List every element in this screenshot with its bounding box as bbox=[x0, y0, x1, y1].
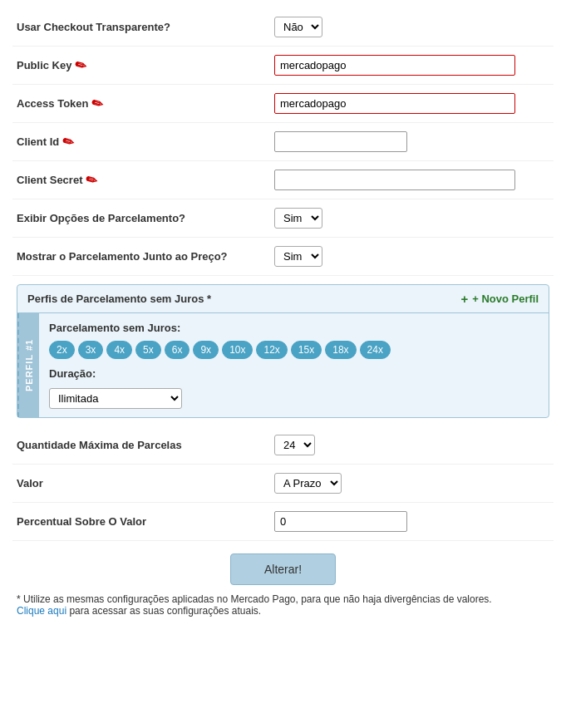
client-id-edit-icon: ✎ bbox=[59, 132, 76, 151]
installments-row: 2x 3x 4x 5x 6x 9x 10x 12x 15x 18x 24x bbox=[49, 341, 539, 359]
installment-9x[interactable]: 9x bbox=[193, 341, 219, 359]
duracao-select[interactable]: Ilimitada 1 mês 3 meses 6 meses 12 meses bbox=[49, 388, 182, 409]
percentual-label: Percentual Sobre O Valor bbox=[17, 515, 274, 528]
mostrar-parcelamento-control: Sim Não bbox=[274, 246, 549, 267]
alterar-button[interactable]: Alterar! bbox=[230, 553, 336, 585]
perfis-body: PERFIL #1 Parcelamento sem Juros: 2x 3x … bbox=[17, 312, 549, 417]
valor-label: Valor bbox=[17, 477, 274, 489]
client-id-label: Client Id ✎ bbox=[17, 134, 274, 150]
percentual-row: Percentual Sobre O Valor bbox=[12, 503, 554, 541]
mostrar-parcelamento-row: Mostrar o Parcelamento Junto ao Preço? S… bbox=[12, 238, 554, 276]
novo-perfil-button[interactable]: + + Novo Perfil bbox=[460, 292, 539, 306]
client-secret-row: Client Secret ✎ bbox=[12, 161, 554, 199]
access-token-input[interactable] bbox=[274, 93, 515, 114]
public-key-control bbox=[274, 55, 549, 76]
valor-control: A Prazo À Vista bbox=[274, 473, 549, 494]
quantidade-maxima-label: Quantidade Máxima de Parcelas bbox=[17, 439, 274, 451]
access-token-label: Access Token ✎ bbox=[17, 96, 274, 111]
plus-icon: + bbox=[460, 292, 468, 306]
installment-10x[interactable]: 10x bbox=[222, 341, 253, 359]
public-key-input[interactable] bbox=[274, 55, 515, 76]
usar-checkout-label: Usar Checkout Transparente? bbox=[17, 21, 274, 33]
installment-15x[interactable]: 15x bbox=[291, 341, 322, 359]
public-key-row: Public Key ✎ bbox=[12, 47, 554, 85]
installment-6x[interactable]: 6x bbox=[165, 341, 190, 359]
perfis-title: Perfis de Parcelamento sem Juros * bbox=[27, 293, 211, 305]
installment-3x[interactable]: 3x bbox=[78, 341, 104, 359]
mostrar-parcelamento-label: Mostrar o Parcelamento Junto ao Preço? bbox=[17, 250, 274, 263]
client-secret-input[interactable] bbox=[274, 170, 515, 190]
access-token-edit-icon: ✎ bbox=[89, 94, 106, 113]
access-token-row: Access Token ✎ bbox=[12, 85, 554, 123]
perfis-section: Perfis de Parcelamento sem Juros * + + N… bbox=[17, 284, 549, 418]
parcelamento-label: Parcelamento sem Juros: bbox=[49, 322, 539, 334]
client-secret-label: Client Secret ✎ bbox=[17, 172, 274, 188]
client-secret-edit-icon: ✎ bbox=[83, 170, 101, 189]
public-key-edit-icon: ✎ bbox=[72, 56, 90, 75]
installment-18x[interactable]: 18x bbox=[325, 341, 356, 359]
usar-checkout-row: Usar Checkout Transparente? NãoSim bbox=[12, 8, 554, 47]
quantidade-maxima-select[interactable]: 1234 5678 9101112 1824 bbox=[274, 435, 315, 455]
installment-12x[interactable]: 12x bbox=[256, 341, 287, 359]
footer-link[interactable]: Clique aqui bbox=[17, 605, 66, 617]
alterar-button-container: Alterar! bbox=[12, 553, 554, 585]
usar-checkout-control: NãoSim bbox=[274, 17, 549, 37]
percentual-input[interactable] bbox=[274, 511, 407, 532]
quantidade-maxima-row: Quantidade Máxima de Parcelas 1234 5678 … bbox=[12, 426, 554, 465]
installment-5x[interactable]: 5x bbox=[135, 341, 161, 359]
perfil-sidebar: PERFIL #1 bbox=[17, 313, 39, 417]
installment-4x[interactable]: 4x bbox=[106, 341, 132, 359]
footer-note: * Utilize as mesmas configurações aplica… bbox=[12, 593, 554, 617]
valor-row: Valor A Prazo À Vista bbox=[12, 465, 554, 503]
perfis-header: Perfis de Parcelamento sem Juros * + + N… bbox=[17, 285, 549, 312]
client-id-row: Client Id ✎ bbox=[12, 123, 554, 161]
usar-checkout-select[interactable]: NãoSim bbox=[274, 17, 322, 37]
installment-24x[interactable]: 24x bbox=[360, 341, 391, 359]
client-secret-control bbox=[274, 170, 549, 190]
exibir-parcelamento-select[interactable]: Sim Não bbox=[274, 208, 322, 229]
duracao-label: Duração: bbox=[49, 367, 539, 380]
valor-select[interactable]: A Prazo À Vista bbox=[274, 473, 342, 494]
client-id-control bbox=[274, 131, 549, 152]
perfil-content: Parcelamento sem Juros: 2x 3x 4x 5x 6x 9… bbox=[39, 313, 549, 417]
exibir-parcelamento-label: Exibir Opções de Parcelamento? bbox=[17, 212, 274, 224]
quantidade-maxima-control: 1234 5678 9101112 1824 bbox=[274, 435, 549, 455]
public-key-label: Public Key ✎ bbox=[17, 57, 274, 73]
exibir-parcelamento-row: Exibir Opções de Parcelamento? Sim Não bbox=[12, 199, 554, 238]
mostrar-parcelamento-select[interactable]: Sim Não bbox=[274, 246, 322, 267]
percentual-control bbox=[274, 511, 549, 532]
access-token-control bbox=[274, 93, 549, 114]
client-id-input[interactable] bbox=[274, 131, 407, 152]
installment-2x[interactable]: 2x bbox=[49, 341, 75, 359]
exibir-parcelamento-control: Sim Não bbox=[274, 208, 549, 229]
